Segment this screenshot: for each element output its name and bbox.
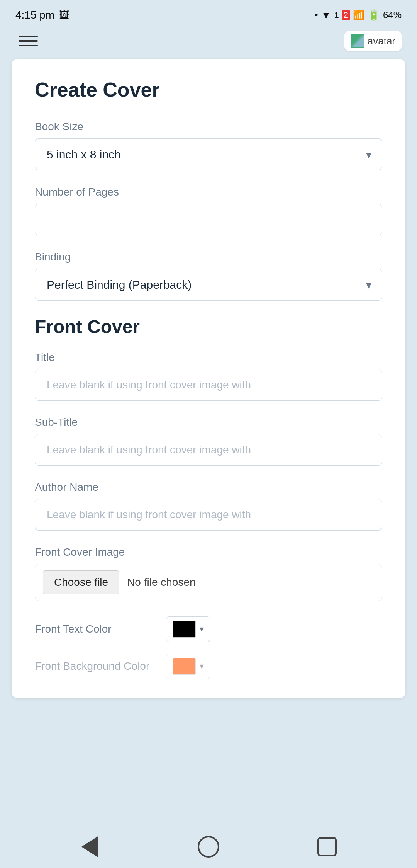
binding-label: Binding xyxy=(35,251,382,263)
top-bar: avatar xyxy=(0,27,417,59)
front-background-color-selector[interactable]: ▾ xyxy=(166,654,210,679)
number-of-pages-group: Number of Pages xyxy=(35,186,382,235)
no-file-label: No file chosen xyxy=(127,576,195,589)
binding-select-wrapper: Perfect Binding (Paperback)Saddle Stitch… xyxy=(35,269,382,301)
signal2-icon: 2 xyxy=(342,10,350,20)
home-icon xyxy=(198,836,219,858)
front-background-color-swatch xyxy=(173,658,196,675)
hamburger-menu[interactable] xyxy=(15,32,41,49)
subtitle-label: Sub-Title xyxy=(35,416,382,429)
binding-group: Binding Perfect Binding (Paperback)Saddl… xyxy=(35,251,382,301)
wifi-icon: ▼ xyxy=(321,9,331,21)
signal1-icon: 1 xyxy=(334,10,339,20)
dot-icon: • xyxy=(315,10,318,20)
battery-icon: 🔋 xyxy=(368,9,380,21)
back-button[interactable] xyxy=(76,833,103,860)
signal-bars-icon: 📶 xyxy=(353,10,364,20)
front-cover-image-label: Front Cover Image xyxy=(35,546,382,558)
front-text-color-swatch xyxy=(173,621,196,638)
hamburger-line-1 xyxy=(19,36,38,37)
subtitle-input[interactable] xyxy=(35,434,382,466)
hamburger-line-2 xyxy=(19,40,38,42)
front-background-color-label: Front Background Color xyxy=(35,660,158,672)
author-name-input[interactable] xyxy=(35,499,382,531)
recent-button[interactable] xyxy=(314,833,341,860)
author-name-group: Author Name xyxy=(35,481,382,531)
title-label: Title xyxy=(35,351,382,364)
battery-percentage: 64% xyxy=(383,10,402,20)
front-background-color-row: Front Background Color ▾ xyxy=(35,654,382,679)
file-input-wrapper: Choose file No file chosen xyxy=(35,564,382,601)
subtitle-group: Sub-Title xyxy=(35,416,382,466)
front-cover-image-group: Front Cover Image Choose file No file ch… xyxy=(35,546,382,601)
hamburger-line-3 xyxy=(19,45,38,46)
front-text-color-arrow: ▾ xyxy=(200,624,204,634)
front-cover-section-title: Front Cover xyxy=(35,316,382,337)
number-of-pages-label: Number of Pages xyxy=(35,186,382,198)
notification-icon: 🖼 xyxy=(59,9,69,21)
avatar-label: avatar xyxy=(368,35,395,47)
number-of-pages-input[interactable] xyxy=(35,204,382,235)
page-title: Create Cover xyxy=(35,78,382,101)
avatar-container[interactable]: avatar xyxy=(344,31,402,51)
status-right: • ▼ 1 2 📶 🔋 64% xyxy=(315,9,402,21)
author-name-label: Author Name xyxy=(35,481,382,494)
bottom-nav xyxy=(0,825,417,868)
status-icons: • ▼ 1 2 📶 🔋 64% xyxy=(315,9,402,21)
title-input[interactable] xyxy=(35,369,382,401)
status-time: 4:15 pm 🖼 xyxy=(15,9,69,21)
book-size-group: Book Size 5 inch x 8 inch6 inch x 9 inch… xyxy=(35,121,382,170)
back-icon xyxy=(81,836,98,858)
avatar-image xyxy=(351,34,364,48)
book-size-label: Book Size xyxy=(35,121,382,133)
book-size-select-wrapper: 5 inch x 8 inch6 inch x 9 inch8.5 inch x… xyxy=(35,138,382,170)
front-background-color-arrow: ▾ xyxy=(200,661,204,671)
status-bar: 4:15 pm 🖼 • ▼ 1 2 📶 🔋 64% xyxy=(0,0,417,27)
recent-icon xyxy=(317,837,337,856)
book-size-select[interactable]: 5 inch x 8 inch6 inch x 9 inch8.5 inch x… xyxy=(35,138,382,170)
main-content: Create Cover Book Size 5 inch x 8 inch6 … xyxy=(12,59,405,698)
binding-select[interactable]: Perfect Binding (Paperback)Saddle Stitch… xyxy=(35,269,382,301)
front-text-color-row: Front Text Color ▾ xyxy=(35,616,382,642)
front-text-color-label: Front Text Color xyxy=(35,623,158,635)
title-group: Title xyxy=(35,351,382,401)
front-text-color-selector[interactable]: ▾ xyxy=(166,616,210,642)
choose-file-button[interactable]: Choose file xyxy=(43,570,119,594)
home-button[interactable] xyxy=(195,833,222,860)
